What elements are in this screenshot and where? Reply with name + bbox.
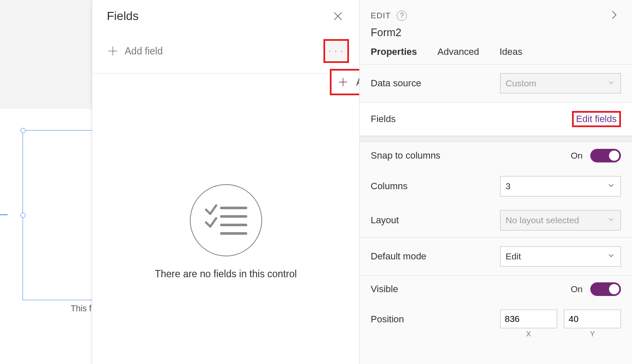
chevron-down-icon xyxy=(607,78,615,89)
visible-label: Visible xyxy=(371,284,398,295)
columns-label: Columns xyxy=(371,181,408,192)
columns-row: Columns 3 xyxy=(360,169,632,203)
position-x-input[interactable]: 836 xyxy=(500,310,557,328)
edit-fields-link[interactable]: Edit fields xyxy=(576,114,617,124)
position-y-axis-label: Y xyxy=(564,330,621,338)
close-fields-panel-button[interactable] xyxy=(329,8,346,25)
chevron-down-icon xyxy=(607,215,615,226)
edit-fields-highlight: Edit fields xyxy=(572,111,621,127)
tab-ideas[interactable]: Ideas xyxy=(500,46,523,64)
position-y-value: 40 xyxy=(569,314,578,324)
snap-to-columns-label: Snap to columns xyxy=(371,150,440,161)
snap-to-columns-row: Snap to columns On xyxy=(360,142,632,169)
add-field-label: Add field xyxy=(125,46,163,57)
fields-empty-state: There are no fields in this control xyxy=(92,184,359,280)
tab-properties[interactable]: Properties xyxy=(371,46,417,64)
layout-value: No layout selected xyxy=(506,215,579,225)
fields-empty-text: There are no fields in this control xyxy=(155,268,297,280)
question-icon: ? xyxy=(400,12,404,20)
visible-toggle[interactable] xyxy=(590,282,621,296)
position-x-axis-label: X xyxy=(500,330,557,338)
properties-tabs: Properties Advanced Ideas xyxy=(360,42,632,65)
data-source-label: Data source xyxy=(371,78,421,89)
fields-panel-header: Fields xyxy=(92,0,359,30)
properties-header-left: EDIT ? xyxy=(371,11,407,21)
default-mode-dropdown[interactable]: Edit xyxy=(500,246,621,267)
more-options-button[interactable]: · · · xyxy=(326,42,346,60)
position-row: Position 836 40 X Y xyxy=(360,303,632,345)
snap-to-columns-toggle[interactable] xyxy=(590,149,621,162)
plus-icon xyxy=(337,77,349,88)
fields-row: Fields Edit fields xyxy=(360,102,632,136)
visible-row: Visible On xyxy=(360,276,632,303)
snap-to-columns-value: On xyxy=(571,151,583,161)
layout-label: Layout xyxy=(371,215,399,226)
properties-panel-header: EDIT ? xyxy=(360,0,632,25)
canvas-background-top xyxy=(0,0,92,109)
position-label: Position xyxy=(371,314,404,325)
canvas-area: This fo xyxy=(0,0,92,364)
data-source-row: Data source Custom xyxy=(360,65,632,102)
fields-flyout-panel: Fields Add field · · · There are n xyxy=(92,0,359,364)
position-y-input[interactable]: 40 xyxy=(564,310,621,328)
columns-dropdown[interactable]: 3 xyxy=(500,176,621,196)
more-button-highlight: · · · xyxy=(323,39,349,63)
add-field-button[interactable]: Add field xyxy=(107,45,163,57)
close-icon xyxy=(332,11,343,22)
default-mode-value: Edit xyxy=(506,251,521,262)
tab-advanced[interactable]: Advanced xyxy=(438,46,479,64)
chevron-right-icon xyxy=(608,9,619,20)
control-name-label: Form2 xyxy=(360,25,632,42)
more-icon: · · · xyxy=(329,47,343,56)
control-type-label: EDIT xyxy=(371,11,391,20)
layout-dropdown[interactable]: No layout selected xyxy=(500,210,621,230)
fields-panel-title: Fields xyxy=(107,9,139,23)
layout-row: Layout No layout selected xyxy=(360,203,632,237)
data-source-value: Custom xyxy=(506,78,536,88)
toggle-knob xyxy=(609,151,619,161)
default-mode-row: Default mode Edit xyxy=(360,238,632,275)
checklist-icon xyxy=(190,184,262,256)
chevron-down-icon xyxy=(607,181,615,192)
data-source-dropdown[interactable]: Custom xyxy=(500,73,621,94)
resize-handle-top-left[interactable] xyxy=(20,128,26,133)
resize-handle-middle-left[interactable] xyxy=(20,213,26,218)
position-x-value: 836 xyxy=(505,314,520,324)
expand-panel-button[interactable] xyxy=(608,9,619,22)
toggle-knob xyxy=(609,284,619,294)
properties-panel: EDIT ? Form2 Properties Advanced Ideas D… xyxy=(359,0,632,364)
visible-value: On xyxy=(571,284,583,294)
section-divider xyxy=(360,136,632,142)
fields-label: Fields xyxy=(371,114,396,125)
default-mode-label: Default mode xyxy=(371,251,426,262)
help-button[interactable]: ? xyxy=(397,11,407,21)
chevron-down-icon xyxy=(607,251,615,262)
canvas-midpoint-indicator xyxy=(0,214,8,215)
columns-value: 3 xyxy=(506,181,511,191)
fields-panel-toolbar: Add field · · · xyxy=(92,30,359,74)
plus-icon xyxy=(107,45,119,57)
